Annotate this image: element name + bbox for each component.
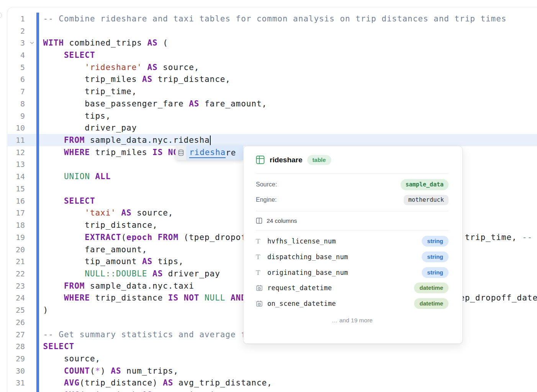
fold-slot — [25, 377, 36, 389]
fold-slot — [25, 122, 36, 134]
fold-slot — [25, 146, 36, 158]
line-number: 26 — [8, 318, 25, 327]
autocomplete-item-rideshare[interactable]: rideshare — [186, 145, 243, 160]
line-number: 6 — [8, 75, 25, 84]
property-row: Source: sample_data — [256, 177, 449, 192]
table-grid-icon — [256, 155, 265, 164]
code-text: base_passenger_fare AS fare_amount, — [43, 99, 267, 108]
line-number: 28 — [8, 342, 25, 351]
database-icon — [175, 145, 186, 160]
code-line[interactable]: 9 tips, — [8, 110, 537, 122]
fold-slot — [25, 353, 36, 365]
column-name: on_scene_datetime — [267, 300, 336, 307]
property-value-pill: sample_data — [401, 179, 449, 190]
column-row: T originating_base_num string — [256, 265, 449, 280]
fold-slot — [25, 219, 36, 231]
code-text: trip_time, — [43, 87, 137, 96]
column-name: originating_base_num — [267, 269, 348, 276]
text-cursor — [210, 136, 211, 145]
fold-slot — [25, 243, 36, 256]
code-line[interactable]: 31 AVG(trip_distance) AS avg_trip_distan… — [8, 377, 537, 389]
line-number: 1 — [8, 14, 25, 23]
fold-slot — [25, 74, 36, 86]
code-line[interactable]: 8 base_passenger_fare AS fare_amount, — [8, 98, 537, 110]
fold-slot — [25, 85, 36, 98]
code-text: WITH combined_trips AS ( — [43, 38, 168, 47]
line-number: 22 — [8, 269, 25, 278]
fold-slot — [25, 110, 36, 122]
line-number: 12 — [8, 148, 25, 157]
line-number: 9 — [8, 111, 25, 121]
line-number: 8 — [8, 99, 25, 108]
code-text: FROM sample_data.nyc.taxi — [43, 281, 194, 291]
code-text: UNION ALL — [43, 172, 111, 181]
fold-slot — [25, 389, 36, 392]
line-number: 25 — [8, 305, 25, 315]
column-row: on_scene_datetime datetime — [256, 296, 449, 312]
column-row: T dispatching_base_num string — [256, 249, 449, 265]
code-text: tips, — [43, 111, 111, 121]
line-number: 17 — [8, 208, 25, 217]
line-number: 27 — [8, 330, 25, 339]
code-text: ) — [43, 305, 49, 315]
fold-slot — [25, 195, 36, 207]
gutter-indicator-bar — [36, 13, 39, 392]
code-text: SELECT — [43, 196, 95, 206]
text-type-icon: T — [256, 269, 267, 276]
fold-slot — [25, 255, 36, 268]
line-number: 32 — [8, 390, 25, 392]
text-type-icon: T — [256, 253, 267, 261]
code-line[interactable]: 32 AVG(trip_time) AS avg_trip_time, — [8, 389, 537, 392]
code-text: AVG(trip_time) AS avg_trip_time, — [43, 390, 231, 392]
autocomplete-match-text: ridesha — [189, 148, 226, 158]
fold-slot — [25, 98, 36, 110]
code-line[interactable]: 11 FROM sample_data.nyc.ridesha — [8, 134, 537, 146]
column-name: request_datetime — [267, 284, 332, 292]
code-line[interactable]: 30 COUNT(*) AS num_trips, — [8, 365, 537, 377]
table-type-badge: table — [307, 155, 331, 165]
code-text: -- Combine rideshare and taxi tables for… — [43, 14, 507, 23]
text-type-icon: T — [256, 237, 267, 245]
line-number: 7 — [8, 87, 25, 96]
edge-bubble — [0, 12, 2, 18]
line-number: 20 — [8, 245, 25, 254]
table-name: rideshare — [270, 156, 303, 164]
line-number: 5 — [8, 63, 25, 72]
fold-slot — [25, 49, 36, 61]
property-row: Engine: motherduck — [256, 192, 449, 207]
code-text: trip_miles AS trip_distance, — [43, 75, 231, 84]
code-line[interactable]: 5 'rideshare' AS source, — [8, 61, 537, 74]
fold-slot — [25, 268, 36, 280]
table-info-card: rideshare table Source: sample_data Engi… — [243, 146, 463, 344]
code-line[interactable]: 1 -- Combine rideshare and taxi tables f… — [8, 13, 537, 25]
code-line[interactable]: 7 trip_time, — [8, 85, 537, 98]
fold-slot — [25, 292, 36, 304]
fold-slot — [25, 158, 36, 171]
autocomplete-popup: rideshare — [175, 145, 243, 160]
code-line[interactable]: 6 trip_miles AS trip_distance, — [8, 74, 537, 86]
fold-slot — [25, 134, 36, 146]
datetime-type-icon — [256, 300, 267, 307]
column-type-badge: string — [422, 236, 449, 247]
property-value-pill: motherduck — [404, 195, 449, 205]
datetime-type-icon — [256, 284, 267, 291]
fold-slot — [25, 316, 36, 328]
fold-slot — [25, 304, 36, 316]
line-number: 29 — [8, 354, 25, 363]
code-line[interactable]: 3 WITH combined_trips AS ( — [8, 37, 537, 49]
autocomplete-rest-text: re — [226, 148, 236, 157]
line-number: 24 — [8, 293, 25, 302]
line-number: 18 — [8, 220, 25, 230]
code-line[interactable]: 2 — [8, 25, 537, 37]
fold-slot — [25, 183, 36, 195]
code-line[interactable]: 29 source, — [8, 353, 537, 365]
fold-chevron-icon[interactable] — [25, 37, 36, 49]
code-line[interactable]: 4 SELECT — [8, 49, 537, 61]
column-row: request_datetime datetime — [256, 280, 449, 296]
code-text: source, — [43, 354, 101, 363]
code-text: COUNT(*) AS num_trips, — [43, 366, 178, 376]
code-line[interactable]: 10 driver_pay — [8, 122, 537, 134]
code-text: 'taxi' AS source, — [43, 208, 174, 217]
code-text: trip_distance, — [43, 220, 158, 230]
fold-slot — [25, 365, 36, 377]
